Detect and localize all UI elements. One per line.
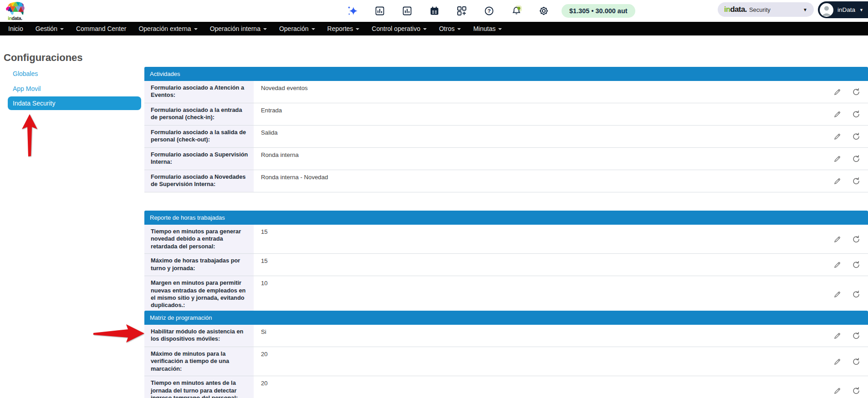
bar-chart-icon[interactable]	[374, 5, 385, 16]
edit-icon[interactable]	[833, 110, 842, 118]
row-actions	[833, 347, 868, 376]
config-row: Formulario asociado a Supervisión Intern…	[144, 148, 868, 170]
setting-value: Si	[254, 325, 833, 347]
setting-value: Salida	[254, 126, 833, 147]
apps-add-icon[interactable]	[456, 5, 467, 16]
app-window: indata.	[0, 0, 868, 398]
edit-icon[interactable]	[833, 290, 842, 298]
setting-value: 20	[254, 347, 833, 376]
nav-item-minutas[interactable]: Minutas	[473, 25, 502, 32]
refresh-icon[interactable]	[852, 261, 860, 269]
setting-label: Tiempo en minutos para generar novedad d…	[144, 225, 254, 253]
avatar	[820, 3, 833, 17]
main-navbar: Inicio Gestión Command Center Operación …	[0, 22, 868, 35]
toolbar-icon-row: ?	[347, 0, 549, 22]
refresh-icon[interactable]	[852, 110, 860, 118]
chevron-down-icon	[60, 28, 64, 30]
config-panel-actividades: Actividades Formulario asociado a Atenci…	[144, 67, 868, 192]
sidebar-item-globales[interactable]: Globales	[13, 70, 38, 77]
edit-icon[interactable]	[833, 332, 842, 340]
edit-icon[interactable]	[833, 132, 842, 141]
svg-text:?: ?	[487, 8, 490, 14]
config-row: Máximo de horas trabajadas por turno y j…	[144, 254, 868, 276]
row-actions	[833, 276, 868, 312]
help-icon[interactable]: ?	[484, 5, 495, 16]
account-switcher[interactable]: indata. Security ▼	[718, 2, 814, 17]
chevron-down-icon	[356, 28, 359, 30]
nav-item-operacion-externa[interactable]: Operación externa	[138, 25, 197, 32]
refresh-icon[interactable]	[852, 155, 860, 163]
row-actions	[833, 225, 868, 253]
credit-status-badge[interactable]: $1.305 • 30.000 aut	[562, 4, 635, 18]
edit-icon[interactable]	[833, 261, 842, 269]
notifications-icon[interactable]	[511, 5, 522, 16]
settings-icon[interactable]	[538, 5, 549, 16]
chevron-down-icon	[263, 28, 267, 30]
setting-value: Ronda interna	[254, 148, 833, 170]
row-actions	[833, 103, 868, 125]
refresh-icon[interactable]	[852, 332, 860, 340]
nav-item-operacion[interactable]: Operación	[279, 25, 315, 32]
refresh-icon[interactable]	[852, 177, 860, 185]
nav-item-command-center[interactable]: Command Center	[76, 25, 127, 32]
setting-label: Formulario asociado a la entrada de pers…	[144, 103, 254, 125]
setting-label: Máximo de horas trabajadas por turno y j…	[144, 254, 254, 276]
config-row: Formulario asociado a la entrada de pers…	[144, 103, 868, 126]
chevron-down-icon	[498, 28, 502, 30]
nav-item-gestion[interactable]: Gestión	[36, 25, 64, 32]
config-panel-matriz-de-programacion: Matriz de programación Habilitar módulo …	[144, 311, 868, 398]
edit-icon[interactable]	[833, 387, 842, 395]
edit-icon[interactable]	[833, 235, 842, 243]
annotation-arrow-right	[93, 323, 145, 343]
config-row: Formulario asociado a la salida de perso…	[144, 126, 868, 148]
indata-logo[interactable]: indata.	[4, 1, 26, 21]
config-row: Tiempo en minutos antes de la jornada de…	[144, 376, 868, 398]
setting-label: Tiempo en minutos antes de la jornada de…	[144, 376, 254, 398]
setting-value: 15	[254, 254, 833, 276]
nav-item-otros[interactable]: Otros	[439, 25, 461, 32]
row-actions	[833, 170, 868, 192]
config-row: Formulario asociado a Novedades de Super…	[144, 170, 868, 192]
nav-item-reportes[interactable]: Reportes	[327, 25, 360, 32]
row-actions	[833, 126, 868, 147]
user-name: inData	[837, 6, 855, 13]
user-menu[interactable]: inData ▼	[818, 1, 868, 18]
refresh-icon[interactable]	[852, 235, 860, 243]
sidebar-item-app-movil[interactable]: App Movil	[13, 85, 41, 92]
refresh-icon[interactable]	[852, 132, 860, 141]
refresh-icon[interactable]	[852, 290, 860, 298]
edit-icon[interactable]	[833, 88, 842, 96]
config-row: Máximo de minutos para la verificación a…	[144, 347, 868, 376]
refresh-icon[interactable]	[852, 88, 860, 96]
setting-label: Formulario asociado a la salida de perso…	[144, 126, 254, 147]
config-row: Margen en minutos para permitir nuevas e…	[144, 276, 868, 313]
setting-value: Ronda interna - Novedad	[254, 170, 833, 192]
setting-value: 15	[254, 225, 833, 253]
row-actions	[833, 376, 868, 398]
nav-item-operacion-interna[interactable]: Operación interna	[210, 25, 267, 32]
edit-icon[interactable]	[833, 177, 842, 185]
edit-icon[interactable]	[833, 358, 842, 366]
page-title: Configuraciones	[4, 52, 83, 64]
edit-icon[interactable]	[833, 155, 842, 163]
setting-value: 20	[254, 376, 833, 398]
refresh-icon[interactable]	[852, 358, 860, 366]
calendar-icon[interactable]	[429, 5, 440, 16]
nav-item-control-operativo[interactable]: Control operativo	[372, 25, 427, 32]
elephant-logo-icon	[5, 1, 26, 16]
panel-header: Matriz de programación	[144, 311, 868, 325]
setting-label: Formulario asociado a Atención a Eventos…	[144, 81, 254, 103]
sparkles-icon[interactable]	[347, 5, 358, 16]
nav-item-inicio[interactable]: Inicio	[8, 25, 23, 32]
row-actions	[833, 254, 868, 276]
sidebar-item-indata-security[interactable]: Indata Security	[8, 96, 141, 110]
row-actions	[833, 81, 868, 103]
setting-label: Margen en minutos para permitir nuevas e…	[144, 276, 254, 312]
panel-header: Actividades	[144, 67, 868, 81]
logo-wordmark: indata.	[4, 16, 26, 21]
refresh-icon[interactable]	[852, 387, 860, 395]
chevron-down-icon: ▼	[803, 7, 807, 12]
setting-label: Habilitar módulo de asistencia en los di…	[144, 325, 254, 347]
bar-chart-icon-2[interactable]	[402, 5, 413, 16]
chevron-down-icon: ▼	[859, 8, 863, 12]
